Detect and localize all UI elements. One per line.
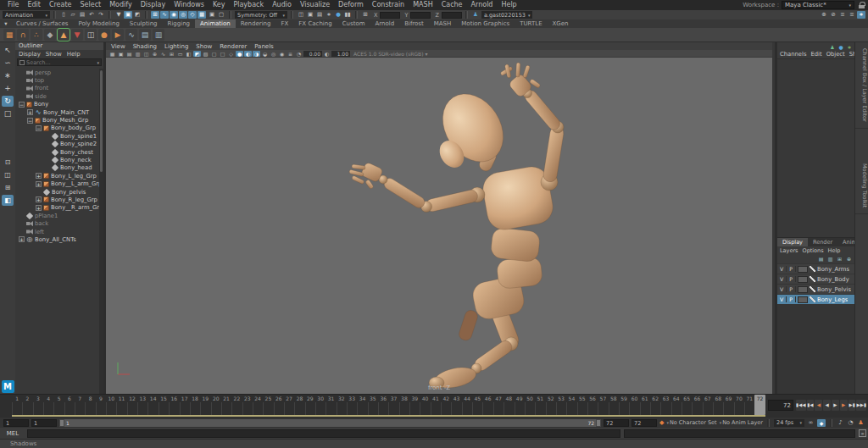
timeline-frame-70[interactable]: 70 — [734, 395, 744, 415]
timeline-frame-19[interactable]: 19 — [200, 395, 210, 415]
play-backwards-button[interactable]: ◀ — [823, 400, 831, 411]
layer-playback-toggle[interactable]: P — [787, 296, 796, 302]
character-set-selector[interactable]: ▾No Character Set — [666, 419, 716, 426]
expand-toggle-icon[interactable]: − — [36, 125, 42, 131]
expand-toggle-icon[interactable]: + — [19, 236, 25, 242]
menu-constrain[interactable]: Constrain — [368, 0, 409, 10]
go-to-start-button[interactable]: ▮◀◀ — [796, 400, 806, 411]
shelf-tab-fx[interactable]: FX — [276, 19, 294, 28]
timeline-frame-66[interactable]: 66 — [692, 395, 702, 415]
animation-end-field[interactable]: 72 — [632, 419, 657, 427]
layer-editor-menu-options[interactable]: Options — [803, 247, 824, 254]
lasso-tool-icon[interactable]: ∽ — [2, 58, 14, 69]
shelf-tab-curves-surfaces[interactable]: Curves / Surfaces — [11, 19, 73, 28]
timeline-frame-25[interactable]: 25 — [263, 395, 273, 415]
step-forward-one-key-button[interactable]: ▶▮ — [849, 400, 856, 411]
timeline-frame-42[interactable]: 42 — [441, 395, 451, 415]
shelf-playblast-icon[interactable]: ▶ — [112, 29, 124, 41]
timeline-frame-49[interactable]: 49 — [515, 395, 525, 415]
lock-selection-icon[interactable]: ▣ — [208, 11, 216, 19]
timeline-frame-11[interactable]: 11 — [116, 395, 126, 415]
menu-select[interactable]: Select — [75, 0, 105, 10]
symmetry-selector[interactable]: Symmetry: Off▾ — [235, 11, 287, 19]
layer-new-from-selected-icon[interactable]: ⊕ — [845, 255, 853, 263]
timeline-frame-40[interactable]: 40 — [420, 395, 430, 415]
outliner-item-bony-all-cnts[interactable]: +◎Bony_All_CNTs — [15, 235, 99, 243]
timeline-frame-46[interactable]: 46 — [482, 395, 492, 415]
layer-color-swatch[interactable] — [798, 276, 808, 283]
motion-blur-icon[interactable]: ◉ — [278, 51, 286, 57]
timeline-frame-45[interactable]: 45 — [472, 395, 482, 415]
safe-title-icon[interactable]: □ — [219, 51, 226, 57]
outliner-item-bony-spine2[interactable]: Bony_spine2 — [15, 141, 99, 148]
range-slider-bar[interactable]: 1 72 — [59, 419, 601, 427]
timeline-frame-54[interactable]: 54 — [566, 395, 576, 415]
viewport-menu-panels[interactable]: Panels — [254, 43, 274, 50]
command-result-field[interactable] — [624, 429, 855, 438]
filter-icon[interactable] — [19, 60, 25, 65]
timeline-frame-13[interactable]: 13 — [137, 395, 147, 415]
absolute-transform-icon[interactable]: ⊞ — [361, 11, 370, 19]
timeline-frame-48[interactable]: 48 — [504, 395, 514, 415]
select-camera-icon[interactable]: ▦ — [108, 51, 116, 57]
bookmark-icon[interactable]: ▥ — [134, 51, 142, 57]
shelf-tab-rigging[interactable]: Rigging — [163, 19, 196, 28]
menu-edit[interactable]: Edit — [23, 0, 45, 10]
layout-outliner-persp-button[interactable]: ◧ — [2, 195, 14, 206]
attribute-editor-toggle-icon[interactable]: ≡ — [838, 11, 847, 19]
anim-layer-selector[interactable]: ▾No Anim Layer — [720, 419, 763, 426]
channel-box-toggle-icon[interactable]: ∗ — [857, 11, 865, 19]
timeline-frame-58[interactable]: 58 — [609, 395, 619, 415]
timeline-frame-32[interactable]: 32 — [337, 395, 347, 415]
range-start-handle[interactable] — [59, 419, 64, 427]
snap-to-view-planes-icon[interactable]: ◇ — [188, 11, 197, 19]
layer-row-bony-legs[interactable]: VPBony_Legs — [777, 295, 854, 304]
expand-toggle-icon[interactable]: + — [36, 181, 42, 187]
highlight-selection-icon[interactable]: ▢ — [217, 11, 225, 19]
shelf-tab-sculpting[interactable]: Sculpting — [125, 19, 163, 28]
outliner-item-bony-r-leg-grp[interactable]: +Bony_R_leg_Grp — [15, 196, 99, 203]
tab-modeling-toolkit[interactable]: Modeling Toolkit — [855, 158, 868, 214]
layer-playback-toggle[interactable]: P — [787, 266, 796, 272]
timeline-frame-67[interactable]: 67 — [703, 395, 713, 415]
timeline-frame-23[interactable]: 23 — [242, 395, 253, 415]
snap-to-projected-center-icon[interactable]: ◎ — [179, 11, 187, 19]
channel-box-menu-channels[interactable]: Channels — [780, 51, 806, 58]
ipr-render-icon[interactable]: ▤ — [315, 11, 324, 19]
grid-icon[interactable]: ⊞ — [168, 51, 175, 57]
timeline-frame-24[interactable]: 24 — [253, 395, 263, 415]
outliner-item-side[interactable]: side — [15, 92, 99, 100]
layer-visibility-toggle[interactable]: V — [777, 296, 787, 302]
open-scene-icon[interactable]: ▱ — [69, 11, 77, 19]
channel-box-menu-object[interactable]: Object — [826, 51, 845, 58]
layout-single-pane-button[interactable]: ⊡ — [2, 157, 14, 168]
layer-playback-toggle[interactable]: P — [787, 276, 796, 282]
shelf-tab-poly-modeling[interactable]: Poly Modeling — [73, 19, 124, 28]
timeline-frame-12[interactable]: 12 — [127, 395, 137, 415]
menu-file[interactable]: File — [3, 0, 23, 10]
outliner-item-back[interactable]: back — [15, 219, 99, 227]
viewport-canvas[interactable]: front -Z — [106, 58, 772, 394]
move-tool-icon[interactable]: + — [2, 83, 14, 94]
maya-logo-icon[interactable]: M — [2, 380, 14, 393]
shadows-icon[interactable]: ◒ — [261, 51, 269, 57]
auto-keyframe-icon[interactable]: ◆ — [817, 419, 826, 427]
snap-to-curves-icon[interactable]: ∿ — [160, 11, 169, 19]
viewport-menu-lighting[interactable]: Lighting — [164, 43, 188, 50]
shelf-time-editor-icon[interactable]: ▥ — [153, 29, 164, 41]
wireframe-icon[interactable]: ◇ — [227, 51, 235, 57]
layer-row-bony-pelvis[interactable]: VPBony_Pelvis — [777, 285, 854, 294]
shelf-menu-icon[interactable]: ▾ — [2, 20, 10, 28]
layer-color-swatch[interactable] — [798, 296, 808, 303]
shelf-tab-fx-caching[interactable]: FX Caching — [293, 19, 337, 28]
outliner-item-left[interactable]: left — [15, 228, 99, 235]
command-input[interactable] — [27, 429, 620, 438]
timeline-frame-6[interactable]: 6 — [64, 395, 75, 415]
timeline-frame-17[interactable]: 17 — [180, 395, 190, 415]
timeline-frame-16[interactable]: 16 — [169, 395, 179, 415]
textured-icon[interactable]: ◐ — [244, 51, 252, 57]
layer-color-swatch[interactable] — [798, 266, 808, 273]
command-language-toggle[interactable]: MEL — [2, 430, 24, 437]
character-controls-toggle-icon[interactable]: ⊘ — [829, 11, 837, 19]
menu-help[interactable]: Help — [497, 0, 520, 10]
